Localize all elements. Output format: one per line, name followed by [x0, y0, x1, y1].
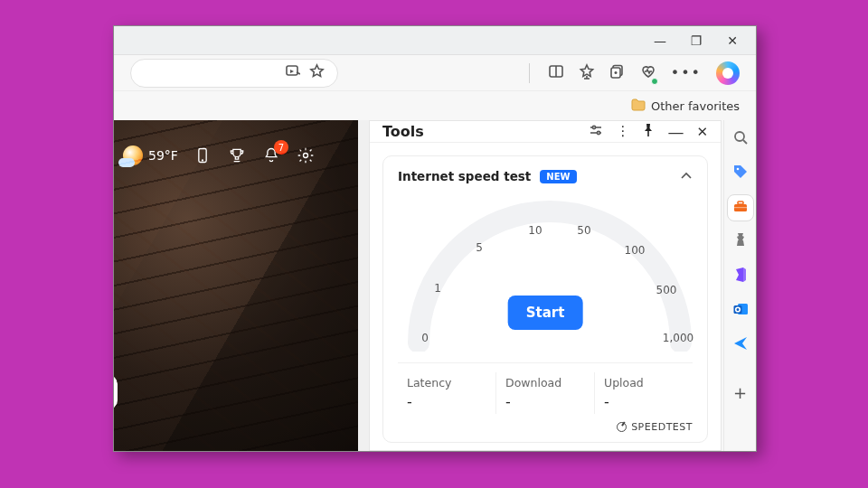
page-action-bar: 59°F 7	[118, 140, 354, 171]
speedtest-card: Internet speed test NEW Start 0151050100…	[382, 155, 708, 443]
gauge-tick: 500	[656, 284, 677, 296]
browser-window: — ❐ ✕	[113, 25, 757, 452]
rewards-trophy-icon[interactable]	[227, 145, 247, 165]
metric-latency: Latency-	[398, 372, 496, 414]
gauge-tick: 0	[421, 332, 429, 344]
health-icon[interactable]	[640, 63, 656, 83]
outlook-icon[interactable]	[731, 301, 750, 321]
metric-value: -	[505, 393, 585, 410]
card-title: Internet speed test	[398, 169, 531, 183]
toolbox-icon[interactable]	[731, 198, 750, 218]
page-content: 59°F 7	[114, 120, 358, 451]
minimize-button[interactable]: —	[642, 28, 678, 53]
office-icon[interactable]	[731, 267, 750, 286]
svg-rect-22	[734, 207, 747, 208]
svg-rect-21	[738, 202, 743, 204]
gauge-tick: 10	[528, 224, 542, 237]
minimize-panel-icon[interactable]: —	[667, 122, 684, 141]
pin-icon[interactable]	[642, 123, 655, 141]
search-icon[interactable]	[731, 129, 750, 149]
close-panel-icon[interactable]: ✕	[696, 124, 708, 140]
filter-icon[interactable]	[589, 123, 603, 141]
tools-panel-header: Tools ⋮ — ✕	[370, 121, 721, 143]
gauge-tick: 1	[434, 282, 441, 295]
svg-point-19	[736, 168, 739, 171]
window-titlebar: — ❐ ✕	[114, 26, 756, 55]
svg-point-13	[593, 126, 596, 128]
toolbar-actions: •••	[525, 61, 740, 85]
maximize-button[interactable]: ❐	[678, 28, 714, 53]
svg-point-15	[598, 131, 600, 134]
address-bar[interactable]	[130, 59, 338, 88]
add-sidebar-item-button[interactable]: +	[731, 382, 750, 402]
metric-value: -	[407, 393, 486, 410]
svg-rect-24	[733, 305, 741, 314]
metric-upload: Upload-	[595, 372, 693, 414]
panel-title: Tools	[382, 123, 424, 140]
new-badge: NEW	[540, 170, 576, 183]
sidebar-rail: +	[723, 120, 756, 451]
metric-label: Upload	[604, 376, 684, 389]
favorite-star-icon[interactable]	[309, 63, 325, 82]
copilot-icon[interactable]	[716, 61, 740, 85]
svg-point-11	[303, 154, 307, 158]
metrics-row: Latency-Download-Upload-	[398, 362, 693, 414]
gauge-tick: 100	[625, 244, 646, 257]
folder-icon	[631, 99, 646, 114]
speed-gauge: Start 01510501005001,000	[398, 198, 693, 361]
favorites-icon[interactable]	[579, 63, 595, 83]
split-screen-icon[interactable]	[548, 63, 564, 83]
gauge-tick: 1,000	[663, 332, 693, 344]
metric-label: Latency	[407, 376, 486, 389]
gauge-tick: 5	[476, 241, 483, 254]
mobile-icon[interactable]	[193, 145, 212, 165]
edge-tab-handle[interactable]	[114, 375, 118, 409]
send-icon[interactable]	[731, 335, 750, 355]
more-vert-icon[interactable]: ⋮	[616, 129, 629, 134]
svg-point-17	[735, 132, 744, 141]
weather-icon	[123, 145, 143, 165]
gauge-tick: 50	[577, 224, 590, 237]
favorites-bar: Other favorites	[114, 91, 756, 120]
metric-download: Download-	[496, 372, 595, 414]
other-favorites-link[interactable]: Other favorites	[651, 99, 740, 113]
collapse-chevron-icon[interactable]	[680, 170, 693, 183]
speedtest-logo-icon	[617, 422, 627, 432]
separator	[529, 63, 530, 83]
tools-panel: Tools ⋮ — ✕ Internet speed test NEW	[369, 120, 722, 451]
collections-icon[interactable]	[609, 63, 626, 83]
more-icon[interactable]: •••	[671, 64, 702, 81]
close-window-button[interactable]: ✕	[714, 28, 750, 53]
notification-badge: 7	[274, 140, 288, 155]
svg-line-18	[743, 140, 747, 144]
weather-widget[interactable]: 59°F	[123, 145, 178, 165]
browser-toolbar: •••	[114, 55, 756, 91]
svg-rect-9	[199, 149, 206, 163]
tag-icon[interactable]	[731, 164, 750, 183]
notifications-bell-icon[interactable]: 7	[261, 145, 281, 165]
chess-icon[interactable]	[731, 232, 750, 252]
start-button[interactable]: Start	[508, 296, 583, 330]
media-icon[interactable]	[285, 63, 300, 82]
settings-gear-icon[interactable]	[296, 145, 316, 165]
metric-label: Download	[505, 376, 585, 389]
metric-value: -	[604, 393, 684, 410]
temperature-label: 59°F	[148, 148, 178, 163]
speedtest-brand: SPEEDTEST	[398, 421, 693, 433]
